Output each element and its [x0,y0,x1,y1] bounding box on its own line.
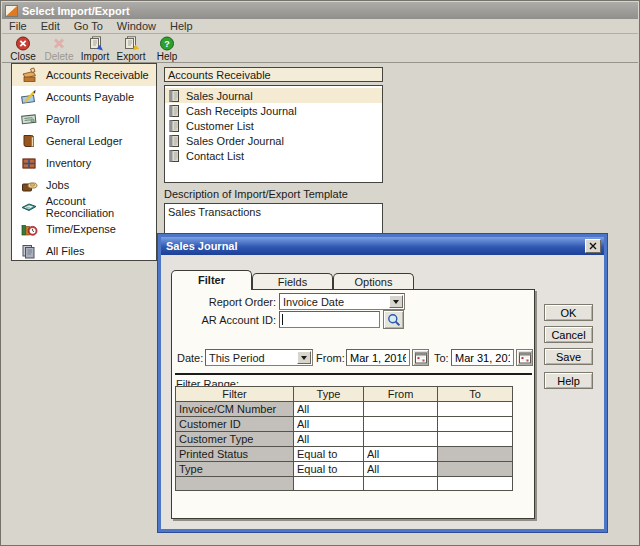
template-item-label: Sales Journal [186,90,253,102]
chevron-down-icon[interactable] [297,351,311,364]
divider [175,373,532,375]
type-cell[interactable]: All [294,432,364,447]
journal-icon [169,90,180,102]
to-cell[interactable] [438,402,513,417]
help-button-label: Help [157,51,178,62]
type-cell[interactable]: Equal to [294,462,364,477]
from-cell[interactable] [364,417,438,432]
clock-books-icon [12,220,46,238]
ok-button[interactable]: OK [544,304,593,321]
template-item-sales-order-journal[interactable]: Sales Order Journal [165,133,382,148]
close-button-label: Close [10,51,36,62]
delete-button[interactable]: Delete [41,35,77,62]
sales-journal-dialog: Sales Journal Filter Fields Options Repo… [158,234,607,532]
window-titlebar[interactable]: Select Import/Export [2,2,638,19]
type-cell[interactable]: All [294,417,364,432]
from-calendar-button[interactable] [412,349,429,366]
calendar-icon [519,352,531,364]
sidebar-item-accounts-payable[interactable]: Accounts Payable [12,86,156,108]
cancel-button[interactable]: Cancel [544,326,593,343]
journal-icon [169,150,180,162]
journal-icon [169,105,180,117]
report-order-select[interactable]: Invoice Date [279,293,405,310]
template-item-contact-list[interactable]: Contact List [165,148,382,163]
sidebar-item-label: All Files [46,245,85,257]
close-button[interactable]: Close [5,35,41,62]
menu-window[interactable]: Window [110,20,163,32]
date-range-select[interactable]: This Period [205,349,313,366]
type-cell[interactable] [294,477,364,491]
tab-fields[interactable]: Fields [252,273,333,290]
magnifier-icon [387,313,401,327]
sidebar-item-label: Jobs [46,179,69,191]
lookup-button[interactable] [383,310,404,329]
table-row: Customer Type All [176,432,513,447]
import-icon [87,36,104,51]
from-cell[interactable] [364,402,438,417]
menu-help[interactable]: Help [163,20,200,32]
sidebar-item-account-reconciliation[interactable]: Account Reconciliation [12,196,156,218]
date-label: Date: [177,352,203,364]
sidebar-item-jobs[interactable]: Jobs [12,174,156,196]
sidebar-item-time-expense[interactable]: Time/Expense [12,218,156,240]
type-cell[interactable]: All [294,402,364,417]
to-cell[interactable] [438,477,513,491]
help-button[interactable]: ? Help [149,35,185,62]
template-item-label: Cash Receipts Journal [186,105,297,117]
menu-goto[interactable]: Go To [67,20,110,32]
filter-cell: Printed Status [176,447,294,462]
sidebar-item-label: Inventory [46,157,91,169]
table-header-row: Filter Type From To [176,387,513,402]
sidebar-item-label: Accounts Payable [46,91,134,103]
filter-cell: Customer Type [176,432,294,447]
ar-account-input[interactable] [279,311,380,328]
template-item-sales-journal[interactable]: Sales Journal [165,88,382,103]
to-date-input[interactable] [451,349,514,366]
export-button-label: Export [117,51,146,62]
files-stack-icon [12,242,46,260]
chevron-down-icon[interactable] [389,295,403,308]
tab-options[interactable]: Options [333,273,414,290]
from-cell[interactable]: All [364,447,438,462]
filter-tab-panel: Report Order: Invoice Date AR Account ID… [171,289,535,519]
paycheck-icon [12,110,46,128]
inventory-crate-icon [12,154,46,172]
tab-filter[interactable]: Filter [171,270,252,290]
from-cell[interactable] [364,432,438,447]
menu-edit[interactable]: Edit [34,20,67,32]
import-button-label: Import [81,51,109,62]
to-cell[interactable] [438,432,513,447]
import-button[interactable]: Import [77,35,113,62]
sidebar-item-all-files[interactable]: All Files [12,240,156,262]
delete-icon [51,36,67,51]
sidebar-item-general-ledger[interactable]: General Ledger [12,130,156,152]
column-header-filter: Filter [176,387,294,402]
dialog-title: Sales Journal [166,240,585,252]
save-button[interactable]: Save [544,348,593,365]
template-item-cash-receipts-journal[interactable]: Cash Receipts Journal [165,103,382,118]
template-item-customer-list[interactable]: Customer List [165,118,382,133]
template-item-label: Sales Order Journal [186,135,284,147]
export-button[interactable]: Export [113,35,149,62]
sidebar-item-inventory[interactable]: Inventory [12,152,156,174]
dialog-tabs: Filter Fields Options [171,270,414,290]
from-cell[interactable] [364,477,438,491]
sidebar-item-payroll[interactable]: Payroll [12,108,156,130]
sidebar-item-label: General Ledger [46,135,122,147]
dialog-titlebar[interactable]: Sales Journal [161,237,604,255]
menu-bar: File Edit Go To Window Help [2,19,638,34]
sidebar-item-accounts-receivable[interactable]: Accounts Receivable [12,64,156,86]
to-calendar-button[interactable] [516,349,533,366]
dialog-close-button[interactable] [585,239,601,253]
help-dialog-button[interactable]: Help [544,372,593,389]
delete-button-label: Delete [45,51,74,62]
window-title: Select Import/Export [22,5,130,17]
from-cell[interactable]: All [364,462,438,477]
menu-file[interactable]: File [2,20,34,32]
to-cell[interactable] [438,417,513,432]
type-cell[interactable]: Equal to [294,447,364,462]
from-date-input[interactable] [346,349,410,366]
filter-range-table: Filter Type From To Invoice/CM Number Al… [175,386,513,491]
report-order-value: Invoice Date [283,296,344,308]
file-type-list: Accounts Receivable Accounts Payable Pay… [11,63,157,261]
